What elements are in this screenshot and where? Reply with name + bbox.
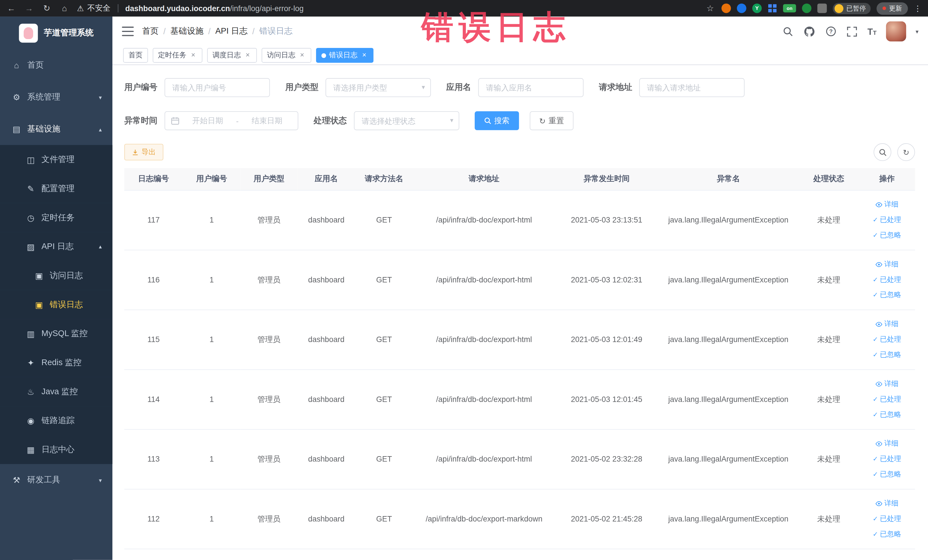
- mark-processed-link[interactable]: ✓ 已处理: [861, 391, 913, 407]
- sidebar-item-access-log[interactable]: ▣ 访问日志: [0, 261, 112, 290]
- cell-log-id: 115: [124, 310, 183, 369]
- chevron-down-icon[interactable]: ▾: [916, 28, 918, 35]
- refresh-button[interactable]: ↻: [897, 143, 915, 161]
- detail-link[interactable]: 详细: [861, 496, 913, 511]
- date-range-picker[interactable]: 开始日期 - 结束日期: [165, 111, 298, 130]
- sidebar-collapse-icon[interactable]: [122, 26, 133, 36]
- browser-back-icon[interactable]: ←: [6, 3, 17, 13]
- sidebar-item-label: 错误日志: [50, 299, 104, 310]
- profile-paused-chip[interactable]: 已暂停: [833, 3, 871, 14]
- mark-processed-link[interactable]: ✓ 已处理: [861, 212, 913, 227]
- font-size-icon[interactable]: TT: [867, 26, 877, 36]
- mark-ignored-link[interactable]: ✓ 已忽略: [861, 407, 913, 422]
- start-date-placeholder: 开始日期: [183, 116, 232, 126]
- tab-home[interactable]: 首页: [123, 48, 148, 63]
- fullscreen-icon[interactable]: [846, 25, 858, 37]
- app-name-input[interactable]: [478, 78, 583, 97]
- tab-dispatch-log[interactable]: 调度日志 ×: [207, 48, 257, 63]
- sidebar-item-redis-monitor[interactable]: ✦ Redis 监控: [0, 348, 112, 377]
- extension-icon-green[interactable]: Y: [752, 3, 762, 13]
- processed-link-label: 已处理: [880, 454, 901, 464]
- cell-actions: 详细 ✓ 已处理 ✓ 已忽略: [859, 310, 915, 369]
- mark-processed-link[interactable]: ✓ 已处理: [861, 272, 913, 287]
- breadcrumb-item[interactable]: 首页: [142, 26, 159, 37]
- cell-exception-name: java.lang.IllegalArgumentException: [658, 489, 799, 549]
- sidebar-item-homepage[interactable]: ⌂ 首页: [0, 49, 112, 81]
- mark-ignored-link[interactable]: ✓ 已忽略: [861, 526, 913, 542]
- site-security[interactable]: ⚠ 不安全: [77, 3, 111, 14]
- breadcrumb-item[interactable]: API 日志: [215, 26, 247, 37]
- browser-forward-icon[interactable]: →: [24, 3, 34, 13]
- close-icon[interactable]: ×: [189, 51, 197, 59]
- sidebar-item-trace[interactable]: ◉ 链路追踪: [0, 406, 112, 435]
- mark-processed-link[interactable]: ✓ 已处理: [861, 332, 913, 347]
- search-button[interactable]: 搜索: [475, 111, 519, 130]
- close-icon[interactable]: ×: [298, 51, 306, 59]
- browser-reload-icon[interactable]: ↻: [41, 3, 52, 13]
- sidebar-item-system-management[interactable]: ⚙ 系统管理 ▾: [0, 81, 112, 113]
- sidebar-logo[interactable]: 芋道管理系统: [0, 17, 112, 49]
- extension-icon-pin[interactable]: [817, 3, 827, 13]
- sidebar-item-dev-tools[interactable]: ⚒ 研发工具 ▾: [0, 464, 112, 496]
- github-icon[interactable]: [804, 25, 815, 37]
- cell-method: GET: [355, 250, 413, 310]
- sidebar-item-infrastructure[interactable]: ▤ 基础设施 ▴: [0, 113, 112, 145]
- error-log-table: 日志编号 用户编号 用户类型 应用名 请求方法名 请求地址 异常发生时间 异常名…: [124, 168, 915, 549]
- avatar[interactable]: [886, 21, 906, 42]
- bookmark-star-icon[interactable]: ☆: [705, 3, 716, 13]
- request-url-input[interactable]: [639, 78, 745, 97]
- search-icon: [879, 148, 886, 156]
- mark-processed-link[interactable]: ✓ 已处理: [861, 451, 913, 467]
- user-type-select[interactable]: [325, 78, 431, 97]
- profile-avatar-icon: [835, 4, 843, 12]
- export-button-label: 导出: [142, 147, 156, 157]
- cell-request-url: /api/infra/db-doc/export-html: [413, 310, 555, 369]
- sidebar-item-scheduled-tasks[interactable]: ◷ 定时任务: [0, 203, 112, 232]
- help-icon[interactable]: ?: [825, 25, 836, 37]
- browser-home-icon[interactable]: ⌂: [59, 3, 70, 13]
- detail-link[interactable]: 详细: [861, 197, 913, 212]
- extension-icon-grid[interactable]: [768, 3, 777, 13]
- address-bar[interactable]: dashboard.yudao.iocoder.cn /infra/log/ap…: [125, 4, 698, 12]
- table-row: 117 1 管理员 dashboard GET /api/infra/db-do…: [124, 190, 915, 250]
- extension-icon-red[interactable]: [722, 3, 731, 13]
- breadcrumb-item[interactable]: 基础设施: [170, 26, 203, 37]
- detail-link[interactable]: 详细: [861, 256, 913, 272]
- extension-icon-on[interactable]: on: [783, 4, 796, 12]
- sidebar-item-mysql-monitor[interactable]: ▥ MySQL 监控: [0, 319, 112, 348]
- reset-button[interactable]: ↻ 重置: [530, 111, 573, 130]
- check-icon: ✓: [873, 291, 878, 299]
- cell-user-type: 管理员: [241, 489, 298, 549]
- extension-icon-leaf[interactable]: [802, 3, 811, 13]
- tab-access-log[interactable]: 访问日志 ×: [262, 48, 311, 63]
- process-status-select[interactable]: [354, 111, 459, 130]
- sidebar-item-api-logs[interactable]: ▨ API 日志 ▴: [0, 232, 112, 261]
- export-button[interactable]: 导出: [124, 144, 163, 160]
- search-toggle-button[interactable]: [873, 143, 891, 161]
- sidebar-item-error-log[interactable]: ▣ 错误日志: [0, 290, 112, 319]
- tab-scheduled-tasks[interactable]: 定时任务 ×: [153, 48, 202, 63]
- browser-menu-icon[interactable]: ⋮: [914, 4, 922, 12]
- col-user-id: 用户编号: [183, 168, 241, 190]
- cell-app-name: dashboard: [298, 190, 355, 250]
- close-icon[interactable]: ×: [244, 51, 252, 59]
- mark-ignored-link[interactable]: ✓ 已忽略: [861, 287, 913, 303]
- detail-link[interactable]: 详细: [861, 436, 913, 451]
- mark-ignored-link[interactable]: ✓ 已忽略: [861, 227, 913, 243]
- extension-icon-blue[interactable]: [737, 3, 746, 13]
- tab-error-log[interactable]: 错误日志 ×: [316, 48, 374, 63]
- user-id-input[interactable]: [165, 78, 270, 97]
- detail-link[interactable]: 详细: [861, 376, 913, 391]
- detail-link[interactable]: 详细: [861, 316, 913, 332]
- sidebar-item-file-management[interactable]: ◫ 文件管理: [0, 145, 112, 174]
- sidebar-item-log-center[interactable]: ▦ 日志中心: [0, 435, 112, 464]
- cell-user-id: 1: [183, 190, 241, 250]
- sidebar-item-java-monitor[interactable]: ♨ Java 监控: [0, 377, 112, 406]
- search-icon[interactable]: [782, 25, 794, 37]
- mark-ignored-link[interactable]: ✓ 已忽略: [861, 467, 913, 482]
- mark-processed-link[interactable]: ✓ 已处理: [861, 511, 913, 526]
- close-icon[interactable]: ×: [360, 51, 368, 59]
- mark-ignored-link[interactable]: ✓ 已忽略: [861, 347, 913, 363]
- browser-update-button[interactable]: 更新: [877, 2, 908, 15]
- sidebar-item-config-management[interactable]: ✎ 配置管理: [0, 174, 112, 203]
